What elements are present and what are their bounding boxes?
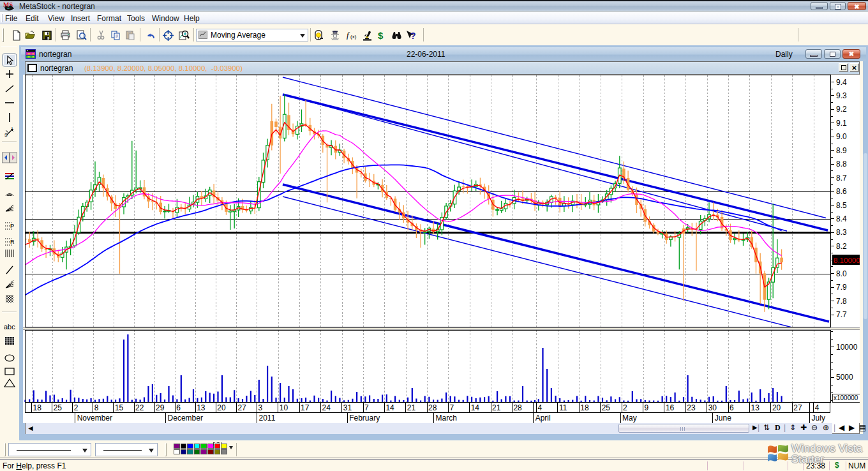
svg-text:9.2: 9.2 xyxy=(836,105,847,114)
svg-text:8.10000: 8.10000 xyxy=(834,257,860,264)
svg-text:14: 14 xyxy=(385,403,394,412)
svg-text:27: 27 xyxy=(793,403,802,412)
svg-text:February: February xyxy=(349,414,380,422)
svg-text:27: 27 xyxy=(237,403,246,412)
svg-text:8.2: 8.2 xyxy=(836,242,847,251)
svg-text:21: 21 xyxy=(407,403,416,412)
svg-text:18: 18 xyxy=(580,403,589,412)
svg-text:8.5: 8.5 xyxy=(836,201,847,210)
svg-text:S: S xyxy=(4,133,8,137)
svg-text:18: 18 xyxy=(33,403,42,412)
svg-text:8.6: 8.6 xyxy=(836,187,847,196)
svg-text:R: R xyxy=(10,239,15,245)
svg-text:25: 25 xyxy=(602,403,611,412)
svg-text:4: 4 xyxy=(815,403,819,412)
svg-text:23: 23 xyxy=(687,403,696,412)
svg-text:7.9: 7.9 xyxy=(836,283,847,292)
svg-text:abc: abc xyxy=(4,323,15,331)
svg-text:30: 30 xyxy=(708,403,717,412)
svg-text:7: 7 xyxy=(364,403,369,412)
svg-text:L: L xyxy=(11,126,14,131)
svg-text:8.8: 8.8 xyxy=(836,160,847,168)
svg-text:20: 20 xyxy=(772,403,781,412)
svg-text:3: 3 xyxy=(258,403,263,412)
svg-text:9.4: 9.4 xyxy=(836,78,847,87)
svg-text:10: 10 xyxy=(280,403,288,412)
svg-text:(x): (x) xyxy=(350,34,357,40)
svg-text:14: 14 xyxy=(471,403,480,412)
svg-text:7.7: 7.7 xyxy=(836,310,847,319)
svg-text:13: 13 xyxy=(197,403,206,412)
svg-text:7: 7 xyxy=(449,403,454,412)
svg-text:$: $ xyxy=(378,30,384,41)
svg-text:15: 15 xyxy=(115,403,124,412)
svg-text:?: ? xyxy=(410,31,416,41)
svg-text:24: 24 xyxy=(322,403,331,412)
svg-text:8: 8 xyxy=(94,403,99,412)
svg-text:9.0: 9.0 xyxy=(836,132,847,141)
svg-text:4: 4 xyxy=(538,403,542,412)
svg-text:6: 6 xyxy=(730,403,734,412)
svg-text:9: 9 xyxy=(645,403,649,412)
svg-text:June: June xyxy=(715,414,731,422)
svg-text:22: 22 xyxy=(135,403,144,412)
svg-text:31: 31 xyxy=(343,403,352,412)
svg-text:11: 11 xyxy=(559,403,567,412)
svg-text:P: P xyxy=(10,223,14,229)
svg-text:July: July xyxy=(812,414,825,422)
svg-text:December: December xyxy=(168,414,203,422)
svg-text:8.0: 8.0 xyxy=(836,269,847,278)
svg-text:21: 21 xyxy=(492,403,501,412)
svg-text:May: May xyxy=(622,414,637,422)
svg-text:10000: 10000 xyxy=(836,343,858,352)
svg-text:8.4: 8.4 xyxy=(836,214,847,223)
svg-text:20: 20 xyxy=(217,403,226,412)
svg-text:x100000: x100000 xyxy=(834,394,858,401)
svg-text:April: April xyxy=(535,414,551,422)
svg-text:9.3: 9.3 xyxy=(836,91,847,100)
svg-text:17: 17 xyxy=(301,403,310,412)
svg-text:8.9: 8.9 xyxy=(836,146,847,155)
svg-text:2011: 2011 xyxy=(259,414,276,422)
svg-text:5000: 5000 xyxy=(836,373,853,382)
svg-text:2: 2 xyxy=(623,403,627,412)
svg-text:November: November xyxy=(77,414,112,422)
svg-text:28: 28 xyxy=(513,403,522,412)
svg-text:8.7: 8.7 xyxy=(836,174,847,183)
svg-text:25: 25 xyxy=(54,403,63,412)
svg-text:9.1: 9.1 xyxy=(836,119,847,128)
svg-text:29: 29 xyxy=(156,403,165,412)
svg-text:8.3: 8.3 xyxy=(836,228,847,237)
svg-text:13: 13 xyxy=(751,403,760,412)
svg-text:16: 16 xyxy=(666,403,675,412)
svg-text:6: 6 xyxy=(176,403,181,412)
svg-text:7.8: 7.8 xyxy=(836,297,847,306)
svg-text:28: 28 xyxy=(428,403,437,412)
svg-text:March: March xyxy=(436,414,457,422)
svg-text:2: 2 xyxy=(74,403,79,412)
